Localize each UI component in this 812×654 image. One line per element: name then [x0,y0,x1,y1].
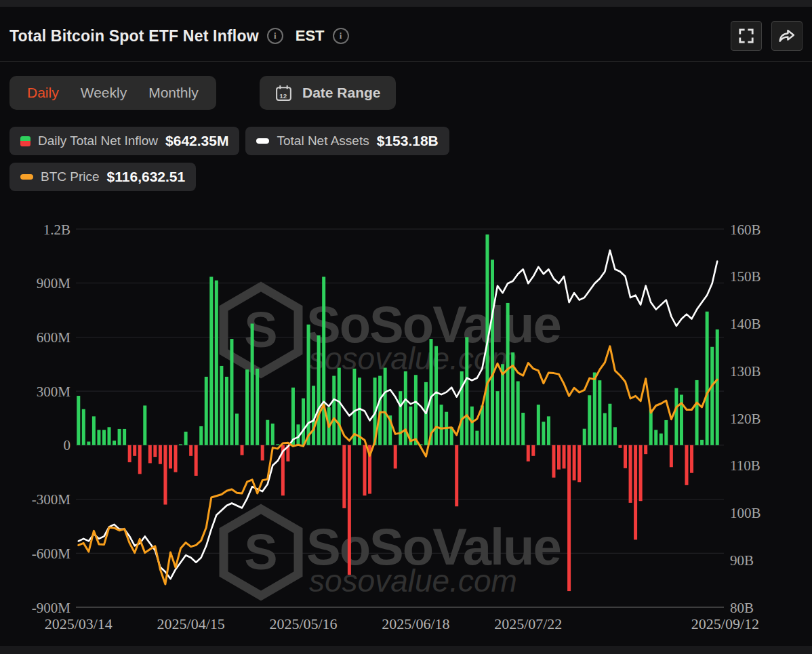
net-inflow-bar [307,325,310,445]
net-inflow-bar [563,445,566,469]
net-inflow-bar [153,445,157,457]
net-inflow-bar [552,445,555,478]
net-inflow-bar [527,445,530,462]
svg-text:2025/07/22: 2025/07/22 [494,615,562,632]
net-inflow-bar [440,405,443,445]
net-inflow-bar [230,339,233,445]
net-inflow-bar [241,445,244,455]
net-inflow-bar [169,445,172,469]
net-inflow-bar [690,445,693,473]
net-inflow-bar [414,375,418,445]
net-inflow-bar [195,445,198,476]
net-inflow-bar [460,371,464,445]
net-inflow-bar [220,366,223,445]
svg-text:100B: 100B [730,505,761,521]
net-inflow-bar [138,445,142,474]
net-inflow-bar [624,445,627,468]
net-inflow-bar [434,346,438,445]
net-inflow-bar [92,416,96,445]
net-inflow-bar [199,426,203,445]
net-inflow-bar [256,369,259,445]
net-inflow-bar [184,432,188,445]
svg-text:1.2B: 1.2B [43,222,70,238]
svg-text:600M: 600M [37,329,71,346]
net-inflow-bar [148,445,152,464]
net-inflow-bar [159,445,162,464]
svg-text:S: S [244,524,277,580]
net-inflow-bar [639,445,643,501]
net-inflow-bar [654,430,657,445]
net-inflow-bar [506,303,510,445]
svg-text:2025/04/15: 2025/04/15 [157,615,225,632]
net-inflow-bar [716,329,719,445]
net-inflow-bar [338,368,341,445]
net-inflow-bar [302,398,305,445]
svg-text:0: 0 [64,437,71,453]
net-inflow-bar [163,445,167,505]
svg-text:80B: 80B [730,600,754,616]
right-axis-labels: 160B150B140B130B120B110B100B90B80B [730,222,761,616]
net-inflow-bar [133,445,136,456]
net-inflow-bar [399,391,402,445]
chart-canvas[interactable]: SSoSoValuesosovalue.comSSoSoValuesosoval… [0,0,812,654]
etf-netflow-panel: Total Bitcoin Spot ETF Net Inflow i EST … [0,0,812,654]
net-inflow-bar [649,409,653,445]
net-inflow-bar [644,445,647,454]
x-axis-labels: 2025/03/142025/04/152025/05/162025/06/18… [45,615,759,632]
net-inflow-bar [588,395,591,445]
net-inflow-bar [363,445,366,495]
net-inflow-bar [706,312,709,445]
net-inflow-bar [312,386,315,445]
net-inflow-bar [516,382,520,445]
svg-text:-900M: -900M [32,600,70,616]
net-inflow-bar [455,445,458,506]
net-inflow-bar [276,445,279,446]
net-inflow-bar [143,405,146,445]
net-inflow-bar [209,277,213,445]
sosovalue-watermark: SSoSoValuesosovalue.com [224,509,561,598]
net-inflow-bar [394,445,397,469]
net-inflow-bar [465,337,468,445]
svg-text:2025/03/14: 2025/03/14 [45,615,113,632]
net-inflow-bar [179,445,182,446]
net-inflow-bar [97,430,100,445]
net-inflow-bar [537,405,540,445]
net-inflow-bar [245,369,249,445]
svg-text:S: S [244,302,277,358]
net-inflow-bar [128,445,131,462]
net-inflow-bar [430,339,433,445]
net-inflow-bar [521,413,525,445]
net-inflow-bar [634,445,637,540]
net-inflow-bar [475,431,479,445]
svg-text:120B: 120B [730,411,761,427]
net-inflow-bar [271,424,275,445]
svg-text:90B: 90B [730,552,754,569]
net-inflow-bar [573,445,576,481]
svg-text:900M: 900M [37,275,71,291]
svg-text:130B: 130B [730,363,761,380]
net-inflow-bar [118,429,121,445]
net-inflow-bar [496,391,500,445]
net-inflow-bar [189,445,192,456]
net-inflow-bar [664,420,668,445]
sosovalue-watermark: SSoSoValuesosovalue.com [224,287,561,376]
svg-text:-300M: -300M [32,491,70,508]
svg-text:sosovalue.com: sosovalue.com [309,563,517,598]
svg-text:110B: 110B [730,457,760,474]
bottom-strip [0,646,812,654]
left-axis-labels: 1.2B900M600M300M0-300M-600M-900M [32,222,70,616]
svg-text:160B: 160B [730,222,761,238]
net-inflow-bar [332,376,336,445]
svg-text:140B: 140B [730,316,761,332]
net-inflow-bar [603,413,607,445]
svg-text:150B: 150B [730,268,761,285]
net-inflow-bar [384,368,387,445]
net-inflow-bar [491,260,494,445]
net-inflow-bar [613,427,617,445]
net-inflow-bar [266,420,269,445]
net-inflow-bar [710,347,714,445]
net-inflow-bar [608,404,611,445]
net-inflow-bar [82,409,85,445]
net-inflow-bar [547,416,550,445]
svg-text:300M: 300M [37,384,71,400]
